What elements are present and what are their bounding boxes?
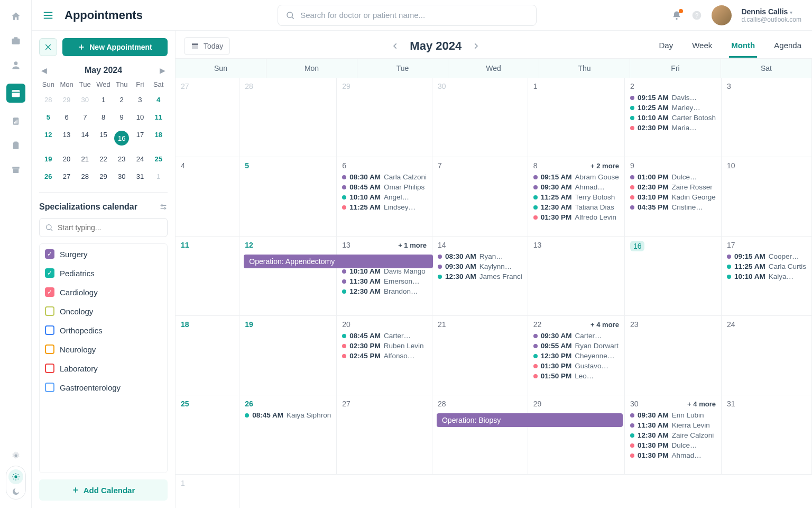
appointment-item[interactable]: 12:30 AMTatiana Dias <box>533 203 619 211</box>
appointment-item[interactable]: 01:30 PMAhmad… <box>630 451 716 459</box>
nav-clipboard-icon[interactable] <box>10 140 22 151</box>
day-cell[interactable]: 23 <box>625 316 722 395</box>
nav-report-icon[interactable] <box>10 115 22 127</box>
specialization-item[interactable]: Neurology <box>45 344 162 354</box>
mini-day[interactable]: 18 <box>149 129 168 148</box>
checkbox[interactable]: ✓ <box>45 249 54 259</box>
checkbox[interactable]: ✓ <box>45 268 54 278</box>
add-calendar-button[interactable]: Add Calendar <box>39 479 168 501</box>
appointment-item[interactable]: 09:55 AMRyan Dorwart <box>533 342 619 350</box>
nav-home-icon[interactable] <box>10 11 22 22</box>
day-cell[interactable]: 1 <box>528 78 625 157</box>
mini-day[interactable]: 19 <box>39 153 58 165</box>
new-appointment-button[interactable]: New Appointment <box>62 38 168 56</box>
mini-day[interactable]: 9 <box>113 111 131 123</box>
prev-month-button[interactable] <box>392 42 399 50</box>
view-tab-agenda[interactable]: Agenda <box>772 34 804 58</box>
mini-day[interactable]: 26 <box>39 170 58 183</box>
nav-archive-icon[interactable] <box>10 164 22 176</box>
view-tab-month[interactable]: Month <box>729 34 757 58</box>
search-box[interactable] <box>278 5 537 26</box>
appointment-item[interactable]: 08:45 AMCarter… <box>342 332 427 340</box>
appointment-item[interactable]: 02:45 PMAlfonso… <box>342 352 427 360</box>
checkbox[interactable] <box>45 364 54 373</box>
mini-day[interactable]: 12 <box>39 129 58 148</box>
day-cell[interactable]: 19 <box>239 316 337 395</box>
mini-day[interactable]: 25 <box>149 153 168 165</box>
appointment-item[interactable]: 03:10 PMKadin George <box>630 193 716 201</box>
appointment-item[interactable]: 09:30 AMErin Lubin <box>630 411 716 419</box>
specialization-search-input[interactable] <box>58 223 162 232</box>
close-side-button[interactable] <box>39 38 57 56</box>
day-cell[interactable]: 16 <box>625 237 722 316</box>
mini-day[interactable]: 28 <box>39 94 58 106</box>
mini-day[interactable]: 23 <box>113 153 131 165</box>
day-cell[interactable]: 28Operation: Biopsy <box>432 395 528 475</box>
event-banner[interactable]: Operation: Appendectomy <box>244 255 433 268</box>
mini-next-month[interactable]: ▶ <box>160 66 165 75</box>
appointment-item[interactable]: 08:45 AMOmar Philips <box>342 183 427 191</box>
day-cell[interactable]: 27 <box>176 78 239 157</box>
appointment-item[interactable]: 10:10 AMCarter Botosh <box>630 114 716 122</box>
specialization-search[interactable] <box>39 218 168 237</box>
mini-day[interactable]: 30 <box>113 170 131 183</box>
day-cell[interactable]: 5 <box>239 157 337 237</box>
day-cell[interactable]: 30 <box>432 78 528 157</box>
specialization-item[interactable]: ✓Cardiology <box>45 287 162 297</box>
today-button[interactable]: Today <box>184 37 230 55</box>
mini-day[interactable]: 22 <box>94 153 113 165</box>
specialization-item[interactable]: Orthopedics <box>45 325 162 335</box>
appointment-item[interactable]: 11:25 AMCarla Curtis <box>727 262 806 270</box>
appointment-item[interactable]: 02:30 PMRuben Levin <box>342 342 427 350</box>
day-cell[interactable]: 29 <box>528 395 625 475</box>
appointment-item[interactable]: 11:25 AMLindsey… <box>342 203 427 211</box>
day-cell[interactable]: 31 <box>722 395 812 475</box>
appointment-item[interactable]: 01:00 PMDulce… <box>630 173 716 181</box>
day-cell[interactable]: 27 <box>337 395 432 475</box>
checkbox[interactable]: ✓ <box>45 287 54 297</box>
mini-day[interactable]: 28 <box>76 170 94 183</box>
day-cell[interactable]: 608:30 AMCarla Calzoni08:45 AMOmar Phili… <box>337 157 432 237</box>
appointment-item[interactable]: 02:30 PMMaria… <box>630 124 716 132</box>
day-cell[interactable]: 28 <box>239 78 337 157</box>
day-cell[interactable]: 7 <box>432 157 528 237</box>
day-cell[interactable]: 1 <box>176 475 239 508</box>
appointment-item[interactable]: 08:30 AMCarla Calzoni <box>342 173 427 181</box>
day-cell[interactable]: 24 <box>722 316 812 395</box>
event-banner[interactable]: Operation: Biopsy <box>437 413 623 427</box>
menu-icon[interactable] <box>42 10 54 21</box>
mini-day[interactable]: 15 <box>94 129 113 148</box>
mini-day[interactable]: 5 <box>39 111 58 123</box>
checkbox[interactable] <box>45 383 54 392</box>
mini-day[interactable]: 1 <box>94 94 113 106</box>
appointment-item[interactable]: 09:30 AMCarter… <box>533 332 619 340</box>
notifications-icon[interactable] <box>671 10 682 21</box>
view-tab-week[interactable]: Week <box>690 34 714 58</box>
checkbox[interactable] <box>45 306 54 316</box>
mini-day[interactable]: 10 <box>131 111 150 123</box>
mini-day[interactable]: 24 <box>131 153 150 165</box>
mini-day[interactable]: 20 <box>58 153 76 165</box>
next-month-button[interactable] <box>472 42 479 50</box>
day-cell[interactable]: 2008:45 AMCarter…02:30 PMRuben Levin02:4… <box>337 316 432 395</box>
theme-toggle[interactable] <box>6 466 26 500</box>
day-cell[interactable]: 29 <box>337 78 432 157</box>
appointment-item[interactable]: 04:35 PMCristine… <box>630 203 716 211</box>
day-cell[interactable]: 21 <box>432 316 528 395</box>
day-cell[interactable]: 18 <box>176 316 239 395</box>
mini-day[interactable]: 3 <box>131 94 150 106</box>
appointment-item[interactable]: 12:30 AMZaire Calzoni <box>630 431 716 439</box>
mini-day[interactable]: 7 <box>76 111 94 123</box>
more-link[interactable]: + 1 more <box>398 241 427 249</box>
appointment-item[interactable]: 08:45 AMKaiya Siphron <box>245 411 331 419</box>
appointment-item[interactable]: 10:10 AMAngel… <box>342 193 427 201</box>
appointment-item[interactable]: 09:15 AMAbram Gouse <box>533 173 619 181</box>
mini-day[interactable]: 29 <box>94 170 113 183</box>
appointment-item[interactable]: 12:30 PMCheyenne… <box>533 352 619 360</box>
appointment-item[interactable]: 10:10 AMDavis Mango <box>342 267 427 275</box>
mini-day[interactable]: 11 <box>149 111 168 123</box>
mini-day[interactable]: 30 <box>76 94 94 106</box>
appointment-item[interactable]: 11:30 AMKierra Levin <box>630 421 716 429</box>
day-cell[interactable]: 1408:30 AMRyan…09:30 AMKaylynn…12:30 AMJ… <box>432 237 528 316</box>
avatar[interactable] <box>712 5 732 25</box>
